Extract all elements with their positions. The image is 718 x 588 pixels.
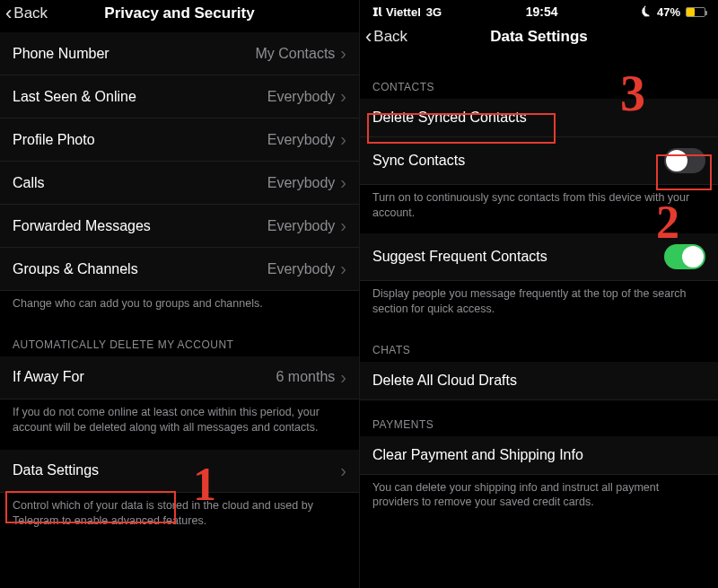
- sync-contacts-footer: Turn on to continuously sync contacts fr…: [360, 185, 718, 230]
- clock: 19:54: [526, 4, 558, 19]
- row-label: Profile Photo: [13, 132, 95, 148]
- delete-account-footer: If you do not come online at least once …: [0, 399, 359, 444]
- back-label: Back: [13, 4, 48, 22]
- signal-icon: 𝗜𝗹: [372, 5, 381, 19]
- chevron-right-icon: ›: [340, 43, 346, 64]
- back-button[interactable]: ‹ Back: [5, 4, 48, 23]
- row-last-seen[interactable]: Last Seen & Online Everybody›: [0, 75, 359, 118]
- row-groups[interactable]: Groups & Channels Everybody›: [0, 248, 359, 291]
- row-label: Delete All Cloud Drafts: [372, 373, 517, 389]
- carrier-label: Viettel: [386, 5, 421, 19]
- battery-icon: [686, 7, 705, 17]
- chevron-right-icon: ›: [340, 259, 346, 279]
- row-delete-synced-contacts[interactable]: Delete Synced Contacts: [360, 99, 718, 137]
- lock-icon: ⏾: [642, 6, 652, 17]
- row-value: 6 months: [276, 369, 336, 385]
- chevron-left-icon: ‹: [5, 4, 12, 23]
- row-phone-number[interactable]: Phone Number My Contacts›: [0, 32, 359, 75]
- status-bar: 𝗜𝗹 Viettel 3G 19:54 ⏾ 47%: [360, 0, 718, 23]
- chevron-right-icon: ›: [340, 172, 346, 193]
- back-label: Back: [373, 28, 407, 46]
- row-clear-payment[interactable]: Clear Payment and Shipping Info: [360, 436, 718, 475]
- row-label: Delete Synced Contacts: [372, 110, 527, 126]
- suggest-frequent-toggle[interactable]: [664, 244, 705, 269]
- chevron-right-icon: ›: [340, 86, 346, 107]
- back-button[interactable]: ‹ Back: [365, 27, 407, 47]
- nav-header: ‹ Back Privacy and Security: [0, 0, 359, 32]
- row-value: Everybody: [267, 218, 336, 234]
- chevron-right-icon: ›: [340, 367, 346, 388]
- row-label: Suggest Frequent Contacts: [372, 249, 547, 265]
- row-data-settings[interactable]: Data Settings ›: [0, 450, 359, 493]
- row-value: My Contacts: [255, 46, 335, 62]
- row-sync-contacts[interactable]: Sync Contacts: [360, 137, 718, 185]
- data-settings-footer: Control which of your data is stored in …: [0, 493, 359, 538]
- row-label: Calls: [13, 175, 45, 191]
- row-value: Everybody: [267, 132, 336, 148]
- chevron-right-icon: ›: [340, 129, 346, 150]
- delete-account-header: AUTOMATICALLY DELETE MY ACCOUNT: [0, 320, 359, 356]
- row-forwarded[interactable]: Forwarded Messages Everybody›: [0, 205, 359, 248]
- network-label: 3G: [426, 5, 442, 19]
- nav-header: ‹ Back Data Settings: [360, 23, 718, 56]
- chats-header: CHATS: [360, 326, 718, 362]
- row-calls[interactable]: Calls Everybody›: [0, 162, 359, 205]
- chevron-right-icon: ›: [340, 461, 346, 481]
- row-if-away-for[interactable]: If Away For 6 months›: [0, 356, 359, 399]
- row-label: If Away For: [13, 369, 84, 385]
- clear-payment-footer: You can delete your shipping info and in…: [360, 475, 718, 520]
- row-label: Sync Contacts: [372, 153, 465, 169]
- row-value: Everybody: [267, 261, 336, 277]
- privacy-security-screen: ‹ Back Privacy and Security Phone Number…: [0, 0, 359, 588]
- row-value: Everybody: [267, 175, 336, 191]
- row-label: Last Seen & Online: [13, 89, 136, 105]
- row-label: Groups & Channels: [13, 261, 138, 277]
- row-label: Forwarded Messages: [13, 218, 151, 234]
- page-title: Data Settings: [360, 28, 718, 46]
- chevron-left-icon: ‹: [365, 27, 372, 47]
- suggest-footer: Display people you message frequently at…: [360, 281, 718, 326]
- battery-pct: 47%: [657, 5, 680, 19]
- privacy-footer: Change who can add you to groups and cha…: [0, 291, 359, 320]
- payments-header: PAYMENTS: [360, 400, 718, 436]
- row-value: Everybody: [267, 89, 336, 105]
- row-label: Clear Payment and Shipping Info: [372, 447, 583, 463]
- chevron-right-icon: ›: [340, 215, 346, 236]
- row-suggest-frequent[interactable]: Suggest Frequent Contacts: [360, 233, 718, 281]
- row-delete-drafts[interactable]: Delete All Cloud Drafts: [360, 362, 718, 400]
- contacts-header: CONTACTS: [360, 56, 718, 99]
- row-profile-photo[interactable]: Profile Photo Everybody›: [0, 118, 359, 162]
- sync-contacts-toggle[interactable]: [664, 148, 705, 173]
- row-label: Phone Number: [13, 46, 109, 62]
- row-label: Data Settings: [13, 462, 99, 478]
- data-settings-screen: 𝗜𝗹 Viettel 3G 19:54 ⏾ 47% ‹ Back Data Se…: [359, 0, 718, 588]
- page-title: Privacy and Security: [0, 4, 359, 22]
